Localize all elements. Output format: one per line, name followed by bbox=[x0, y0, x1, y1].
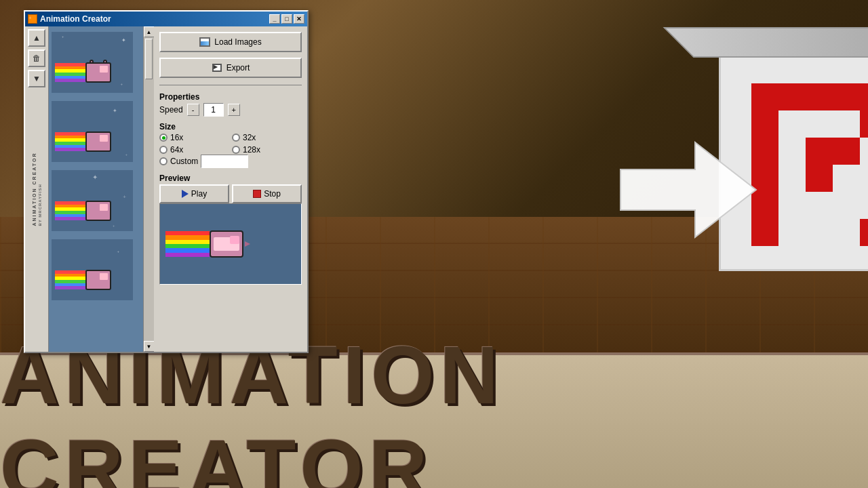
frame-4[interactable]: + ✦ bbox=[52, 239, 133, 300]
close-button[interactable]: ✕ bbox=[294, 14, 304, 24]
divider-1 bbox=[159, 85, 302, 85]
speed-plus-button[interactable]: + bbox=[228, 104, 240, 116]
up-button[interactable]: ▲ bbox=[28, 29, 45, 47]
delete-icon: 🗑 bbox=[33, 54, 41, 63]
size-128x-row[interactable]: 128x bbox=[232, 145, 302, 155]
custom-size-input[interactable] bbox=[201, 155, 248, 168]
speed-label: Speed bbox=[159, 105, 183, 115]
preview-controls: Play Stop bbox=[159, 184, 302, 203]
dialog-content: ▲ 🗑 ▼ ANIMATION CREATOR BY MRCRAYFISH ✦ … bbox=[25, 26, 307, 352]
radio-custom[interactable] bbox=[159, 157, 167, 165]
svg-rect-8 bbox=[860, 110, 868, 138]
export-label: Export bbox=[226, 63, 250, 73]
speed-value[interactable]: 1 bbox=[203, 103, 224, 117]
load-images-icon bbox=[199, 37, 210, 47]
svg-rect-25 bbox=[778, 219, 860, 246]
preview-section: Preview Play Stop + bbox=[159, 174, 302, 285]
bottom-banner: ANIMATION CREATOR bbox=[0, 352, 868, 488]
export-button[interactable]: ▶ Export bbox=[159, 58, 302, 78]
size-grid: 16x 32x 64x 128x bbox=[159, 133, 302, 155]
svg-rect-18 bbox=[860, 219, 868, 246]
radio-128x[interactable] bbox=[232, 146, 240, 154]
svg-rect-22 bbox=[778, 165, 806, 219]
properties-section: Properties Speed - 1 + bbox=[159, 92, 302, 117]
size-64x-label: 64x bbox=[170, 145, 183, 155]
image-strip: ✦ + + ✦ bbox=[49, 26, 154, 352]
stop-label: Stop bbox=[264, 189, 281, 199]
sidebar-label: ANIMATION CREATOR BY MRCRAYFISH bbox=[32, 152, 42, 226]
size-section: Size 16x 32x 64x bbox=[159, 122, 302, 168]
frame-3[interactable]: ✦ + + bbox=[52, 170, 133, 231]
up-icon: ▲ bbox=[33, 33, 41, 43]
minecraft-block-area: ✦ ✦ + ✦ + ✦ + bbox=[326, 20, 868, 352]
size-32x-row[interactable]: 32x bbox=[232, 133, 302, 142]
stop-button[interactable]: Stop bbox=[232, 184, 302, 203]
radio-16x[interactable] bbox=[159, 134, 167, 142]
size-16x-row[interactable]: 16x bbox=[159, 133, 229, 142]
scroll-down-button[interactable]: ▼ bbox=[144, 341, 155, 352]
svg-rect-3 bbox=[806, 83, 833, 110]
maximize-button[interactable]: □ bbox=[281, 14, 292, 24]
custom-label: Custom bbox=[170, 157, 198, 166]
preview-label: Preview bbox=[159, 174, 302, 183]
size-16x-label: 16x bbox=[170, 133, 183, 142]
size-32x-label: 32x bbox=[243, 133, 256, 142]
minimize-button[interactable]: _ bbox=[269, 14, 280, 24]
play-button[interactable]: Play bbox=[159, 184, 229, 203]
window-title: Animation Creator bbox=[40, 14, 111, 24]
title-bar-buttons[interactable]: _ □ ✕ bbox=[269, 14, 304, 24]
sidebar-left: ▲ 🗑 ▼ ANIMATION CREATOR BY MRCRAYFISH bbox=[25, 26, 49, 352]
block-top-face bbox=[663, 27, 869, 58]
down-button[interactable]: ▼ bbox=[28, 70, 45, 87]
properties-label: Properties bbox=[159, 92, 302, 102]
svg-rect-11 bbox=[833, 138, 860, 165]
delete-button[interactable]: 🗑 bbox=[28, 49, 45, 67]
down-icon: ▼ bbox=[33, 74, 41, 83]
radio-64x[interactable] bbox=[159, 146, 167, 154]
svg-rect-4 bbox=[833, 83, 860, 110]
controls-panel: Load Images ▶ Export Properties Speed - bbox=[154, 26, 307, 352]
size-label: Size bbox=[159, 122, 302, 131]
speed-minus-button[interactable]: - bbox=[187, 104, 199, 116]
scroll-up-button[interactable]: ▲ bbox=[144, 26, 155, 37]
play-icon bbox=[182, 190, 189, 198]
svg-rect-1 bbox=[751, 83, 778, 110]
svg-rect-21 bbox=[778, 138, 806, 165]
svg-rect-5 bbox=[860, 83, 868, 110]
preview-canvas: + bbox=[159, 203, 302, 285]
svg-rect-14 bbox=[806, 165, 833, 192]
title-bar: Animation Creator _ □ ✕ bbox=[25, 12, 307, 26]
scroll-track[interactable] bbox=[144, 37, 154, 341]
strip-scrollbar[interactable]: ▲ ▼ bbox=[143, 26, 154, 352]
dialog-window: Animation Creator _ □ ✕ ▲ 🗑 ▼ ANIMATION … bbox=[24, 10, 309, 353]
title-bar-left: Animation Creator bbox=[28, 14, 111, 24]
export-icon: ▶ bbox=[212, 62, 222, 73]
play-label: Play bbox=[191, 189, 207, 199]
speed-row: Speed - 1 + bbox=[159, 103, 302, 117]
size-128x-label: 128x bbox=[243, 145, 260, 155]
load-images-label: Load Images bbox=[214, 37, 261, 47]
svg-rect-2 bbox=[778, 83, 806, 110]
svg-rect-23 bbox=[860, 138, 868, 219]
frame-2[interactable]: ✦ + bbox=[52, 101, 133, 162]
svg-rect-20 bbox=[778, 110, 860, 138]
svg-rect-10 bbox=[806, 138, 833, 165]
preview-nyan-cat bbox=[165, 230, 252, 258]
radio-32x[interactable] bbox=[232, 134, 240, 142]
svg-rect-24 bbox=[833, 165, 860, 219]
size-64x-row[interactable]: 64x bbox=[159, 145, 229, 155]
stop-icon bbox=[253, 190, 261, 198]
load-images-button[interactable]: Load Images bbox=[159, 32, 302, 52]
frame-1[interactable]: ✦ + + ✦ bbox=[52, 32, 133, 93]
custom-row: Custom bbox=[159, 155, 302, 168]
arrow bbox=[607, 129, 763, 253]
